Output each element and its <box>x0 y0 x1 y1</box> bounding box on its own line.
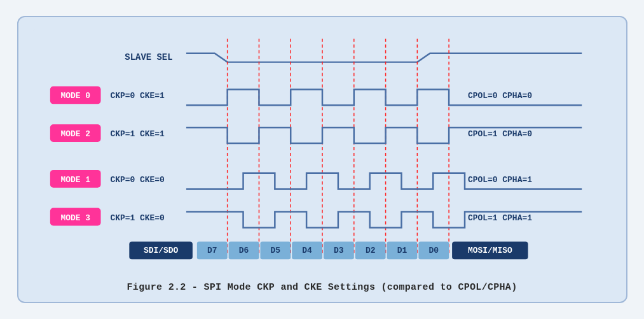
mode2-right: CPOL=1 CPHA=0 <box>467 129 531 139</box>
mode1-label: MODE 1 <box>60 175 90 185</box>
mode0-params: CKP=0 CKE=1 <box>110 91 165 101</box>
mode3-right: CPOL=1 CPHA=1 <box>467 213 531 223</box>
mode1-right: CPOL=0 CPHA=1 <box>467 175 531 185</box>
mode0-right: CPOL=0 CPHA=0 <box>467 91 531 101</box>
sdi-sdo-label: SDI/SDO <box>143 246 178 255</box>
slave-sel-label: SLAVE SEL <box>125 52 172 62</box>
mode1-params: CKP=0 CKE=0 <box>110 175 165 185</box>
d0-label: D0 <box>428 246 439 255</box>
d5-label: D5 <box>270 246 280 255</box>
d6-label: D6 <box>238 246 249 255</box>
outer-container: SLAVE SEL MODE 0 CKP=0 CKE=1 CPOL=0 CPHA… <box>17 16 627 303</box>
mosi-miso-label: MOSI/MISO <box>467 246 512 255</box>
timing-diagram: SLAVE SEL MODE 0 CKP=0 CKE=1 CPOL=0 CPHA… <box>31 29 613 277</box>
mode3-params: CKP=1 CKE=0 <box>110 213 165 223</box>
diagram-area: SLAVE SEL MODE 0 CKP=0 CKE=1 CPOL=0 CPHA… <box>31 29 613 277</box>
mode2-params: CKP=1 CKE=1 <box>110 129 165 139</box>
d1-label: D1 <box>397 246 407 255</box>
d2-label: D2 <box>365 246 375 255</box>
mode2-label: MODE 2 <box>60 129 90 139</box>
d7-label: D7 <box>207 246 217 255</box>
mode3-label: MODE 3 <box>60 213 90 223</box>
d4-label: D4 <box>302 246 312 255</box>
d3-label: D3 <box>334 246 344 255</box>
figure-caption: Figure 2.2 - SPI Mode CKP and CKE Settin… <box>31 282 613 293</box>
mode0-label: MODE 0 <box>60 91 90 101</box>
